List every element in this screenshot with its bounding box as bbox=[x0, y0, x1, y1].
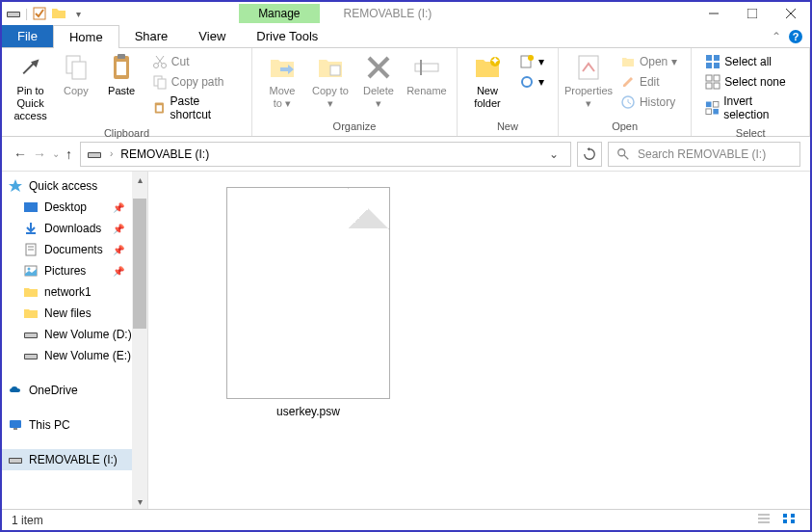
checkbox-icon[interactable] bbox=[32, 6, 47, 21]
nav-documents[interactable]: Documents📌 bbox=[2, 239, 147, 260]
easy-access-button[interactable]: ▾ bbox=[515, 72, 548, 92]
file-name: userkey.psw bbox=[276, 405, 340, 418]
chevron-up-icon[interactable]: ⌃ bbox=[772, 30, 781, 43]
svg-point-28 bbox=[528, 55, 534, 61]
svg-point-29 bbox=[522, 77, 532, 87]
folder-icon[interactable] bbox=[51, 6, 66, 21]
group-label: Open bbox=[564, 119, 685, 134]
ribbon: Pin to Quick access Copy Paste Cut Copy … bbox=[2, 48, 810, 137]
large-icons-view-button[interactable] bbox=[777, 510, 800, 530]
status-bar: 1 item bbox=[2, 509, 810, 530]
nav-downloads[interactable]: Downloads📌 bbox=[2, 218, 147, 239]
search-icon bbox=[616, 147, 630, 161]
rename-button[interactable]: Rename bbox=[403, 50, 451, 119]
invert-selection-button[interactable]: Invert selection bbox=[701, 93, 799, 123]
nav-new-volume-e[interactable]: New Volume (E:) bbox=[2, 345, 147, 366]
address-dropdown[interactable]: ⌄ bbox=[543, 147, 564, 161]
nav-removable[interactable]: REMOVABLE (I:) bbox=[2, 449, 147, 470]
content-pane[interactable]: userkey.psw bbox=[148, 172, 810, 509]
svg-point-13 bbox=[161, 64, 166, 68]
dropdown-icon[interactable]: ▾ bbox=[70, 6, 86, 21]
maximize-button[interactable] bbox=[733, 2, 772, 25]
svg-rect-4 bbox=[747, 9, 757, 18]
pin-icon: 📌 bbox=[113, 245, 124, 255]
history-button[interactable]: History bbox=[616, 93, 681, 112]
scrollbar-up[interactable]: ▴ bbox=[132, 172, 147, 187]
paste-shortcut-button[interactable]: Paste shortcut bbox=[148, 93, 242, 123]
up-button[interactable]: ↑ bbox=[64, 145, 74, 164]
tab-file[interactable]: File bbox=[2, 25, 53, 47]
svg-point-46 bbox=[618, 148, 625, 155]
svg-rect-56 bbox=[25, 333, 37, 337]
svg-rect-58 bbox=[25, 355, 37, 359]
scrollbar-thumb[interactable] bbox=[133, 199, 146, 329]
svg-rect-69 bbox=[791, 519, 795, 523]
svg-rect-67 bbox=[791, 514, 795, 518]
select-all-button[interactable]: Select all bbox=[701, 52, 799, 71]
details-view-button[interactable] bbox=[752, 510, 775, 530]
svg-rect-40 bbox=[706, 102, 712, 108]
tab-share[interactable]: Share bbox=[119, 25, 184, 47]
minimize-button[interactable] bbox=[694, 2, 733, 25]
quick-access-toolbar: | ▾ bbox=[2, 6, 90, 21]
svg-line-47 bbox=[624, 154, 628, 158]
back-button[interactable]: ← bbox=[12, 145, 29, 164]
drive-icon bbox=[6, 6, 21, 21]
help-icon[interactable]: ? bbox=[789, 30, 802, 43]
copy-to-button[interactable]: Copy to ▾ bbox=[306, 50, 354, 119]
copy-path-button[interactable]: Copy path bbox=[148, 72, 242, 92]
copy-button[interactable]: Copy bbox=[53, 50, 98, 125]
svg-rect-62 bbox=[10, 459, 21, 463]
nav-network1[interactable]: network1 bbox=[2, 281, 147, 303]
svg-rect-20 bbox=[330, 66, 340, 75]
search-box[interactable]: Search REMOVABLE (I:) bbox=[608, 142, 800, 167]
group-clipboard: Pin to Quick access Copy Paste Cut Copy … bbox=[2, 48, 252, 136]
svg-rect-17 bbox=[158, 79, 166, 89]
svg-rect-45 bbox=[89, 153, 100, 157]
svg-rect-41 bbox=[714, 102, 720, 108]
tab-home[interactable]: Home bbox=[53, 25, 119, 48]
delete-button[interactable]: Delete ▾ bbox=[354, 50, 403, 119]
svg-rect-1 bbox=[8, 13, 19, 16]
pin-to-quick-access-button[interactable]: Pin to Quick access bbox=[8, 50, 53, 125]
select-none-button[interactable]: Select none bbox=[701, 72, 799, 92]
group-select: Select all Select none Invert selection … bbox=[692, 48, 810, 136]
move-to-button[interactable]: Move to ▾ bbox=[258, 50, 306, 119]
nav-this-pc[interactable]: This PC bbox=[2, 414, 147, 436]
nav-new-files[interactable]: New files bbox=[2, 303, 147, 324]
cut-button[interactable]: Cut bbox=[148, 52, 242, 71]
tab-view[interactable]: View bbox=[183, 25, 241, 47]
close-button[interactable] bbox=[772, 2, 810, 25]
group-label: Organize bbox=[258, 119, 451, 134]
nav-quick-access[interactable]: Quick access bbox=[2, 175, 147, 197]
svg-rect-8 bbox=[72, 62, 86, 79]
svg-rect-23 bbox=[415, 64, 438, 71]
pin-icon: 📌 bbox=[113, 202, 124, 213]
drive-icon bbox=[87, 146, 102, 162]
status-text: 1 item bbox=[12, 514, 43, 527]
nav-new-volume-d[interactable]: New Volume (D:) bbox=[2, 324, 147, 345]
svg-rect-19 bbox=[156, 105, 162, 111]
address-text: REMOVABLE (I:) bbox=[120, 147, 209, 161]
file-item[interactable]: userkey.psw bbox=[222, 187, 395, 418]
context-tab-manage[interactable]: Manage bbox=[239, 4, 319, 23]
scrollbar-down[interactable]: ▾ bbox=[132, 493, 147, 509]
new-item-button[interactable]: ▾ bbox=[515, 52, 548, 71]
recent-dropdown[interactable]: ⌄ bbox=[50, 146, 62, 161]
nav-pictures[interactable]: Pictures📌 bbox=[2, 260, 147, 281]
new-folder-button[interactable]: ✦ New folder bbox=[463, 50, 511, 119]
explorer-window: | ▾ Manage REMOVABLE (I:) File Home Shar… bbox=[0, 0, 812, 532]
svg-rect-66 bbox=[783, 514, 787, 518]
refresh-button[interactable] bbox=[577, 142, 602, 167]
nav-onedrive[interactable]: OneDrive bbox=[2, 380, 147, 401]
paste-button[interactable]: Paste bbox=[99, 50, 144, 125]
nav-desktop[interactable]: Desktop📌 bbox=[2, 197, 147, 218]
group-label: New bbox=[463, 119, 552, 134]
tab-drive-tools[interactable]: Drive Tools bbox=[241, 25, 333, 47]
open-button[interactable]: Open ▾ bbox=[616, 52, 681, 71]
properties-button[interactable]: Properties ▾ bbox=[564, 50, 613, 119]
svg-rect-32 bbox=[706, 55, 712, 61]
address-bar[interactable]: › REMOVABLE (I:) ⌄ bbox=[80, 142, 571, 167]
edit-button[interactable]: Edit bbox=[616, 72, 681, 92]
forward-button[interactable]: → bbox=[31, 145, 48, 164]
